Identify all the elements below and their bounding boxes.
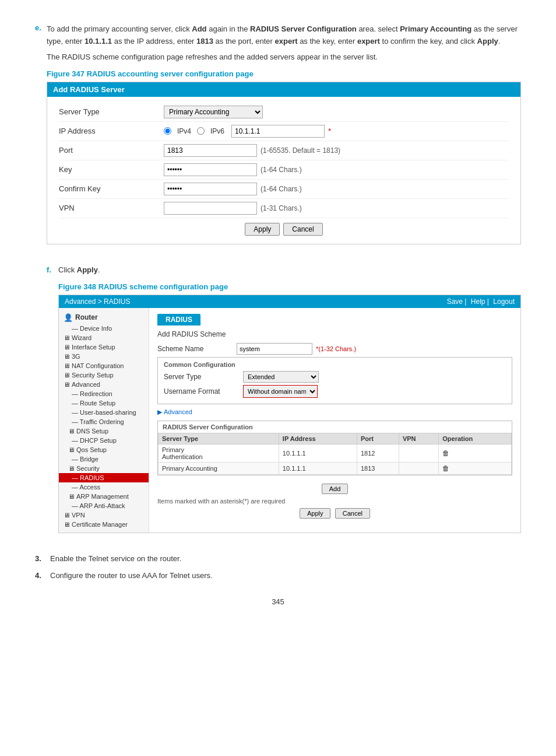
port-row: Port (1-65535. Default = 1813) (59, 141, 509, 160)
sidebar-item-qos[interactable]: 🖥 Qos Setup (59, 445, 149, 454)
sidebar-item-access[interactable]: — Access (59, 482, 149, 492)
vpn-input[interactable] (164, 202, 257, 215)
add-radius-body: Server Type Primary Accounting IP Addres… (47, 97, 520, 244)
sidebar-item-traffic[interactable]: — Traffic Ordering (59, 417, 149, 426)
cancel-button-348[interactable]: Cancel (335, 508, 370, 519)
sidebar-item-dhcp[interactable]: — DHCP Setup (59, 436, 149, 445)
step-3-num: 3. (35, 554, 50, 563)
sidebar-item-user-sharing[interactable]: — User-based-sharing (59, 408, 149, 417)
username-label: Username Format (164, 387, 240, 396)
sidebar-item-wizard[interactable]: 🖥 Wizard (59, 333, 149, 342)
server-type-scheme-select[interactable]: Extended (243, 371, 319, 383)
figure-347-caption: Figure 347 RADIUS accounting server conf… (47, 69, 521, 78)
qos-icon: 🖥 (68, 446, 75, 453)
row2-type: Primary Accounting (159, 462, 279, 474)
sidebar-item-advanced[interactable]: 🖥 Advanced (59, 380, 149, 389)
advanced-toggle[interactable]: ▶ Advanced (157, 408, 192, 416)
3g-icon: 🖥 (64, 353, 70, 360)
radius-tab[interactable]: RADIUS (157, 314, 200, 326)
sidebar-item-security-setup[interactable]: 🖥 Security Setup (59, 370, 149, 380)
scheme-page: Advanced > RADIUS Save | Help | Logout 👤… (58, 295, 521, 533)
vpn-hint: (1-31 Chars.) (261, 204, 302, 212)
sidebar-item-nat[interactable]: 🖥 NAT Configuration (59, 361, 149, 370)
scheme-name-input[interactable] (237, 343, 312, 355)
username-select[interactable]: Without domain name (244, 386, 317, 397)
port-input[interactable] (164, 144, 257, 157)
step-e-note: The RADIUS scheme configuration page ref… (47, 52, 521, 61)
col-vpn: VPN (399, 433, 438, 444)
sidebar-item-security[interactable]: 🖥 Security (59, 464, 149, 473)
advanced-icon: 🖥 (64, 381, 70, 388)
cancel-button-347[interactable]: Cancel (283, 223, 322, 236)
step-e-text: To add the primary accounting server, cl… (47, 24, 518, 46)
sidebar-item-arp-mgmt[interactable]: 🖥 ARP Management (59, 492, 149, 501)
sidebar-item-interface-setup[interactable]: 🖥 Interface Setup (59, 342, 149, 352)
security-icon: 🖥 (68, 465, 75, 472)
vpn-row: VPN (1-31 Chars.) (59, 199, 509, 218)
confirm-key-input[interactable] (164, 183, 257, 195)
add-radius-header: Add RADIUS Server (47, 82, 520, 97)
sidebar-item-redirection[interactable]: — Redirection (59, 389, 149, 398)
ipv6-radio[interactable] (197, 127, 205, 135)
key-label: Key (59, 165, 164, 174)
vpn-label: VPN (59, 204, 164, 212)
username-select-wrapper: Without domain name (243, 385, 318, 398)
confirm-key-row: Confirm Key (1-64 Chars.) (59, 180, 509, 199)
sidebar-item-arp-anti[interactable]: — ARP Anti-Attack (59, 501, 149, 510)
row2-op (439, 462, 512, 474)
delete-icon-row2[interactable] (442, 464, 449, 473)
table-row: PrimaryAuthentication 10.1.1.1 1812 (159, 444, 512, 462)
row2-port: 1813 (357, 462, 399, 474)
step-3-content: Enable the Telnet service on the router. (50, 554, 521, 563)
figure-348-caption: Figure 348 RADIUS scheme configuration p… (58, 282, 521, 291)
ip-address-input[interactable] (231, 125, 325, 138)
scheme-content: RADIUS Add RADIUS Scheme Scheme Name *(1… (149, 308, 520, 533)
sidebar-item-route-setup[interactable]: — Route Setup (59, 398, 149, 408)
ipv4-radio[interactable] (164, 127, 171, 135)
ip-address-row: IP Address IPv4 IPv6 * (59, 122, 509, 141)
logout-link[interactable]: Logout (493, 298, 515, 306)
scheme-name-hint: *(1-32 Chars.) (316, 345, 356, 352)
vpn-input-area: (1-31 Chars.) (164, 202, 509, 215)
topbar-links: Save | Help | Logout (445, 298, 515, 306)
page-number: 345 (35, 597, 521, 606)
apply-button-347[interactable]: Apply (245, 223, 280, 236)
port-label: Port (59, 146, 164, 155)
key-row: Key (1-64 Chars.) (59, 160, 509, 180)
username-row: Username Format Without domain name (164, 385, 506, 398)
save-link[interactable]: Save (447, 298, 463, 306)
sidebar-item-bridge[interactable]: — Bridge (59, 454, 149, 464)
key-input-area: (1-64 Chars.) (164, 163, 509, 176)
sidebar-item-device-info[interactable]: — Device Info (59, 324, 149, 333)
sidebar-item-radius[interactable]: — RADIUS (59, 473, 149, 482)
port-input-area: (1-65535. Default = 1813) (164, 144, 509, 157)
apply-button-348[interactable]: Apply (300, 508, 331, 519)
sidebar-item-cert-mgr[interactable]: 🖥 Certificate Manager (59, 520, 149, 529)
ipv6-label: IPv6 (210, 127, 224, 135)
scheme-name-label: Scheme Name (157, 345, 233, 353)
dns-icon: 🖥 (68, 428, 75, 435)
scheme-body: 👤 Router — Device Info 🖥 Wizard 🖥 Interf… (59, 308, 520, 533)
required-note: Items marked with an asterisk(*) are req… (157, 498, 512, 505)
nat-icon: 🖥 (64, 362, 70, 369)
sidebar-item-dns[interactable]: 🖥 DNS Setup (59, 426, 149, 436)
step-3: 3. Enable the Telnet service on the rout… (35, 554, 521, 563)
row1-port: 1812 (357, 444, 399, 462)
delete-icon-row1[interactable] (442, 449, 449, 457)
add-btn-row: Add (157, 480, 512, 498)
confirm-key-hint: (1-64 Chars.) (261, 185, 302, 193)
key-input[interactable] (164, 163, 257, 176)
server-type-input-area: Primary Accounting (164, 106, 509, 118)
ipv4-label: IPv4 (177, 127, 191, 135)
row1-op (439, 444, 512, 462)
sidebar-item-3g[interactable]: 🖥 3G (59, 352, 149, 361)
ip-radio-group: IPv4 IPv6 (164, 127, 224, 135)
security-setup-icon: 🖥 (64, 372, 70, 379)
help-link[interactable]: Help (471, 298, 485, 306)
form347-buttons: Apply Cancel (59, 218, 509, 238)
add-server-button[interactable]: Add (322, 484, 349, 494)
server-type-scheme-row: Server Type Extended (164, 371, 506, 383)
row1-type: PrimaryAuthentication (159, 444, 279, 462)
server-type-select[interactable]: Primary Accounting (164, 106, 263, 118)
sidebar-item-vpn[interactable]: 🖥 VPN (59, 510, 149, 520)
